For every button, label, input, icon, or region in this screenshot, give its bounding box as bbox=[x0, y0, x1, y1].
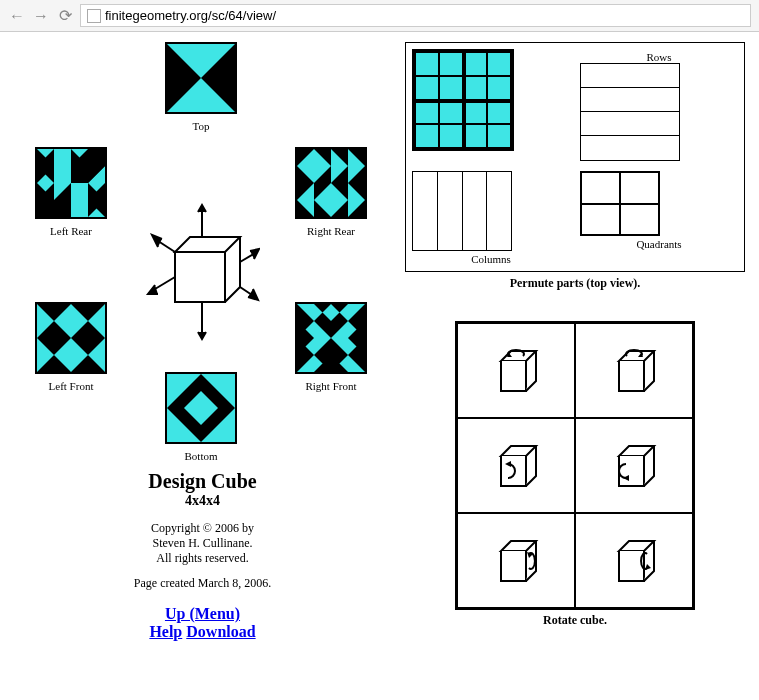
face-top: Top bbox=[165, 42, 237, 132]
permute-rows[interactable]: Rows bbox=[580, 49, 738, 161]
permute-caption: Permute parts (top view). bbox=[405, 276, 745, 291]
face-left-rear-label: Left Rear bbox=[35, 225, 107, 237]
rotate-right-ccw[interactable] bbox=[457, 513, 575, 608]
back-button[interactable]: ← bbox=[8, 7, 26, 25]
title-main: Design Cube bbox=[10, 470, 395, 493]
face-bottom-label: Bottom bbox=[165, 450, 237, 462]
title-block: Design Cube 4x4x4 bbox=[10, 470, 395, 509]
links: Up (Menu) Help Download bbox=[10, 605, 395, 641]
face-left-rear: Left Rear bbox=[35, 147, 107, 237]
title-sub: 4x4x4 bbox=[10, 493, 395, 509]
up-link[interactable]: Up (Menu) bbox=[165, 605, 240, 622]
face-right-front-label: Right Front bbox=[295, 380, 367, 392]
page-content: Top Left Rear Right Rear bbox=[0, 32, 759, 651]
face-top-label: Top bbox=[165, 120, 237, 132]
page-icon bbox=[87, 9, 101, 23]
rotate-top-cw[interactable] bbox=[575, 323, 693, 418]
permute-quadrants[interactable]: Quadrants bbox=[580, 171, 738, 265]
right-panel: Rows Columns Quadrants Permute parts (to… bbox=[405, 42, 745, 641]
permute-columns[interactable]: Columns bbox=[412, 171, 570, 265]
browser-toolbar: ← → ⟳ finitegeometry.org/sc/64/view/ bbox=[0, 0, 759, 32]
face-left-front: Left Front bbox=[35, 302, 107, 392]
help-link[interactable]: Help bbox=[149, 623, 182, 640]
face-right-rear: Right Rear bbox=[295, 147, 367, 237]
cube-faces-panel: Top Left Rear Right Rear bbox=[10, 42, 395, 641]
rotate-right-cw[interactable] bbox=[575, 513, 693, 608]
forward-button[interactable]: → bbox=[32, 7, 50, 25]
rotate-top-ccw[interactable] bbox=[457, 323, 575, 418]
rotate-left-ccw[interactable] bbox=[457, 418, 575, 513]
rotate-caption: Rotate cube. bbox=[455, 613, 695, 628]
download-link[interactable]: Download bbox=[186, 623, 255, 640]
rotate-left-cw[interactable] bbox=[575, 418, 693, 513]
url-text: finitegeometry.org/sc/64/view/ bbox=[105, 8, 276, 23]
url-bar[interactable]: finitegeometry.org/sc/64/view/ bbox=[80, 4, 751, 27]
copyright: Copyright © 2006 by Steven H. Cullinane.… bbox=[10, 521, 395, 591]
face-right-rear-label: Right Rear bbox=[295, 225, 367, 237]
permute-main[interactable] bbox=[412, 49, 570, 161]
face-left-front-label: Left Front bbox=[35, 380, 107, 392]
permute-box: Rows Columns Quadrants bbox=[405, 42, 745, 272]
rotate-box: Rotate cube. bbox=[455, 321, 695, 628]
reload-button[interactable]: ⟳ bbox=[56, 7, 74, 25]
face-right-front: Right Front bbox=[295, 302, 367, 392]
cube-wireframe bbox=[145, 197, 260, 351]
face-bottom: Bottom bbox=[165, 372, 237, 462]
